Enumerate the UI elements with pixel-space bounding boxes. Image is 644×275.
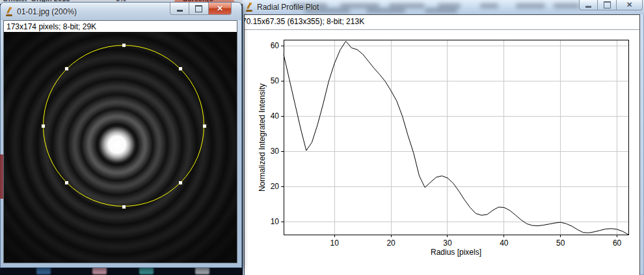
svg-text:60: 60 [271, 41, 280, 50]
image-window-content: 173x174 pixels; 8-bit; 29K [3, 20, 237, 263]
close-icon: ✕ [626, 1, 632, 8]
plot-info-bar: 70.15x67.35 (613x355); 8-bit; 213K [245, 15, 639, 30]
desktop: Officiel_Origin 2018 6% Screen(o Radial [0, 0, 644, 275]
selection-handle[interactable] [179, 181, 182, 184]
minimize-icon [585, 6, 591, 8]
plot-window-content: 70.15x67.35 (613x355); 8-bit; 213K 10203… [244, 14, 640, 275]
selection-handle[interactable] [65, 67, 68, 70]
close-icon: ✕ [217, 5, 223, 12]
svg-text:30: 30 [443, 239, 452, 248]
selection-handle[interactable] [122, 44, 126, 47]
plot-info-text: 70.15x67.35 (613x355); 8-bit; 213K [245, 15, 639, 26]
image-info-bar: 173x174 pixels; 8-bit; 29K [4, 21, 237, 32]
image-window: 01-01.jpg (200%) ✕ 173x174 pixels; 8-bit… [1, 3, 241, 267]
svg-text:10: 10 [330, 239, 340, 248]
x-axis-title: Radius [pixels] [431, 248, 481, 257]
svg-text:40: 40 [271, 111, 280, 121]
plot-window-title: Radial Profile Plot [257, 3, 319, 12]
minimize-icon [177, 10, 183, 12]
svg-text:50: 50 [271, 76, 280, 85]
plot-window-titlebar[interactable]: Radial Profile Plot ✕ [243, 0, 644, 14]
intensity-curve [284, 41, 628, 235]
taskbar-icon[interactable] [92, 267, 107, 274]
image-canvas-airy-pattern[interactable] [4, 32, 237, 263]
minimize-button[interactable] [170, 3, 189, 15]
svg-text:20: 20 [271, 182, 280, 191]
y-axis-title: Normalized Integrated Intensity [258, 83, 267, 192]
taskbar-icon[interactable] [195, 267, 209, 274]
svg-text:30: 30 [271, 147, 280, 156]
close-button[interactable]: ✕ [209, 3, 232, 15]
selection-handle[interactable] [42, 124, 45, 128]
close-button[interactable]: ✕ [617, 0, 643, 10]
image-window-title: 01-01.jpg (200%) [17, 7, 77, 16]
svg-text:40: 40 [500, 239, 509, 248]
plot-canvas[interactable]: 102030405060102030405060 Radius [pixels]… [245, 30, 639, 259]
svg-text:10: 10 [271, 217, 280, 226]
chart-tick-labels: 102030405060102030405060 [271, 41, 622, 248]
svg-text:20: 20 [386, 239, 396, 248]
chart-ticks [281, 46, 617, 237]
maximize-icon [604, 1, 611, 8]
taskbar-icon[interactable] [139, 267, 154, 274]
minimize-button[interactable] [579, 0, 598, 10]
maximize-button[interactable] [598, 0, 617, 10]
imagej-icon [5, 7, 14, 16]
maximize-icon [195, 5, 202, 12]
selection-handle[interactable] [65, 181, 68, 184]
selection-handle[interactable] [179, 67, 182, 70]
chart-frame [284, 40, 628, 235]
selection-handle[interactable] [122, 205, 126, 209]
maximize-button[interactable] [189, 3, 209, 15]
taskbar-icon[interactable] [36, 267, 51, 274]
image-window-titlebar[interactable]: 01-01.jpg (200%) ✕ [1, 3, 241, 20]
chart-gridlines [284, 40, 628, 235]
selection-handle[interactable] [203, 124, 206, 128]
background-app-sliver [0, 154, 3, 199]
radial-profile-chart[interactable]: 102030405060102030405060 Radius [pixels]… [245, 30, 639, 259]
image-info-text: 173x174 pixels; 8-bit; 29K [4, 21, 237, 31]
svg-text:60: 60 [613, 239, 622, 248]
imagej-icon [245, 3, 254, 12]
radial-profile-plot-window: Radial Profile Plot ✕ 70.15x67.35 (613x3… [243, 0, 644, 275]
svg-text:50: 50 [556, 239, 565, 248]
